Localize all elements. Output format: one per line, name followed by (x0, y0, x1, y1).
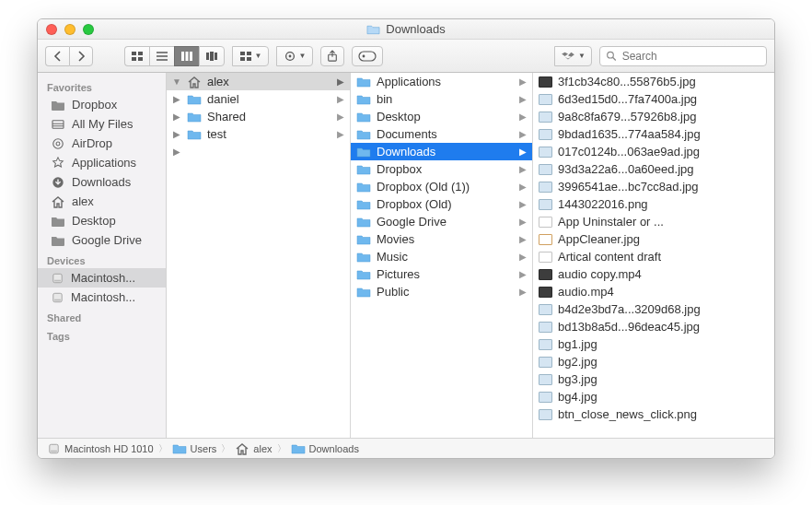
column-item[interactable]: Public▶ (351, 283, 532, 300)
column-item[interactable]: Dropbox (Old (1))▶ (351, 178, 532, 195)
column-item[interactable]: Applications▶ (351, 73, 532, 90)
dropbox-toolbar-button[interactable]: ▼ (554, 46, 592, 66)
sidebar-item-google-drive[interactable]: Google Drive (38, 230, 166, 250)
column-item[interactable]: bg2.jpg (533, 353, 774, 370)
column-item[interactable]: 017c0124b...063ae9ad.jpg (533, 143, 774, 160)
path-separator-icon: 〉 (158, 442, 168, 455)
column-item[interactable]: Dropbox▶ (351, 160, 532, 178)
view-icon-button[interactable] (124, 46, 149, 66)
sidebar-device[interactable]: Macintosh... (38, 288, 166, 307)
column-item[interactable]: Google Drive▶ (351, 213, 532, 230)
file-thumbnail-icon (539, 357, 552, 368)
sidebar-item-label: Dropbox (72, 98, 117, 112)
search-field[interactable] (599, 46, 767, 66)
item-name: bg1.jpg (558, 337, 597, 351)
column-item[interactable]: bg3.jpg (533, 370, 774, 388)
sidebar-item-downloads[interactable]: Downloads (38, 172, 166, 192)
column-item[interactable]: 3996541ae...bc7cc8ad.jpg (533, 178, 774, 195)
column-item[interactable]: Movies▶ (351, 230, 532, 248)
view-coverflow-button[interactable] (199, 46, 225, 66)
disclosure-arrow-icon: ▶ (519, 112, 527, 122)
column-item[interactable]: 9bdad1635...774aa584.jpg (533, 125, 774, 143)
column-item[interactable]: Pictures▶ (351, 265, 532, 283)
column-item[interactable]: audio copy.mp4 (533, 265, 774, 283)
column-item[interactable]: bd13b8a5d...96deac45.jpg (533, 318, 774, 335)
sidebar-item-all-my-files[interactable]: All My Files (38, 114, 166, 134)
column-item[interactable]: Artical content draft (533, 248, 774, 265)
column-item[interactable]: ▼alex▶ (167, 73, 350, 90)
column-item[interactable]: Music▶ (351, 248, 532, 265)
folder-icon (356, 182, 371, 193)
view-column-button[interactable] (174, 46, 199, 66)
column-item[interactable]: Desktop▶ (351, 108, 532, 125)
column-item[interactable]: App Uninstaler or ... (533, 213, 774, 230)
column-item[interactable]: b4d2e3bd7a...3209d68.jpg (533, 300, 774, 318)
path-segment[interactable]: Users (172, 443, 217, 454)
column-item[interactable]: Downloads▶ (351, 143, 532, 160)
sidebar-item-airdrop[interactable]: AirDrop (38, 134, 166, 153)
column-item[interactable]: Documents▶ (351, 125, 532, 143)
window-body: Favorites DropboxAll My FilesAirDropAppl… (38, 73, 774, 438)
sidebar-item-applications[interactable]: Applications (38, 153, 166, 172)
toolbar: ▼ ▼ ▼ (38, 40, 774, 73)
path-segment[interactable]: Downloads (291, 443, 359, 454)
item-name: 1443022016.png (558, 197, 648, 211)
path-segment[interactable]: alex (235, 442, 272, 455)
sidebar-item-alex[interactable]: alex (38, 192, 166, 211)
column-item[interactable]: 1443022016.png (533, 195, 774, 213)
path-separator-icon: 〉 (221, 442, 230, 455)
column-item[interactable]: btn_close_news_click.png (533, 405, 774, 423)
sidebar-item-desktop[interactable]: Desktop (38, 211, 166, 230)
sidebar-item-label: Macintosh... (71, 271, 135, 285)
zoom-button[interactable] (83, 24, 94, 35)
disclosure-arrow-icon: ▶ (519, 269, 527, 279)
column-1: ▼alex▶▶daniel▶▶Shared▶▶test▶▶ (167, 73, 351, 438)
column-item[interactable]: audio.mp4 (533, 283, 774, 300)
item-name: Dropbox (377, 162, 422, 176)
column-item[interactable]: bg1.jpg (533, 335, 774, 353)
sidebar-device[interactable]: Macintosh... (38, 268, 166, 288)
minimize-button[interactable] (64, 24, 75, 35)
column-item[interactable]: 93d3a22a6...0a60eed.jpg (533, 160, 774, 178)
action-button[interactable]: ▼ (276, 46, 313, 66)
file-thumbnail-icon (539, 164, 552, 175)
file-thumbnail-icon (539, 287, 552, 298)
search-input[interactable] (622, 50, 760, 63)
item-name: 9bdad1635...774aa584.jpg (558, 127, 701, 141)
edit-tags-button[interactable] (352, 46, 383, 66)
share-button[interactable] (320, 46, 344, 66)
column-item[interactable]: bg4.jpg (533, 388, 774, 405)
arrange-button[interactable]: ▼ (232, 46, 269, 66)
column-item[interactable]: 9a8c8fa679...57926b8.jpg (533, 108, 774, 125)
view-list-button[interactable] (149, 46, 174, 66)
search-icon (606, 50, 617, 62)
file-thumbnail-icon (539, 199, 552, 210)
back-button[interactable] (45, 46, 69, 66)
column-item[interactable]: ▶test▶ (167, 125, 350, 143)
gear-icon (284, 50, 296, 63)
airdrop-icon (51, 137, 65, 150)
house-icon (235, 442, 249, 455)
column-item[interactable]: AppCleaner.jpg (533, 230, 774, 248)
allmyfiles-icon (51, 119, 65, 130)
column-item[interactable]: 3f1cb34c80...55876b5.jpg (533, 73, 774, 90)
expand-icon: ▶ (172, 129, 181, 139)
item-name: 93d3a22a6...0a60eed.jpg (558, 162, 693, 176)
path-segment[interactable]: Macintosh HD 1010 (47, 443, 154, 454)
column-item[interactable]: bin▶ (351, 90, 532, 108)
folder-icon (356, 129, 371, 140)
column-item[interactable]: 6d3ed15d0...7fa7400a.jpg (533, 90, 774, 108)
path-separator-icon: 〉 (277, 442, 286, 455)
path-bar: Macintosh HD 1010〉Users〉alex〉Downloads (38, 438, 774, 458)
column-item[interactable]: ▶daniel▶ (167, 90, 350, 108)
forward-button[interactable] (69, 46, 93, 66)
column-item[interactable]: Dropbox (Old)▶ (351, 195, 532, 213)
column-item[interactable]: ▶Shared▶ (167, 108, 350, 125)
close-button[interactable] (46, 24, 57, 35)
disclosure-arrow-icon: ▶ (519, 94, 527, 104)
file-thumbnail-icon (539, 76, 552, 88)
sidebar-header-devices: Devices (38, 250, 166, 268)
item-name: audio copy.mp4 (558, 267, 642, 281)
sidebar-item-dropbox[interactable]: Dropbox (38, 95, 166, 114)
item-name: Downloads (377, 145, 435, 159)
